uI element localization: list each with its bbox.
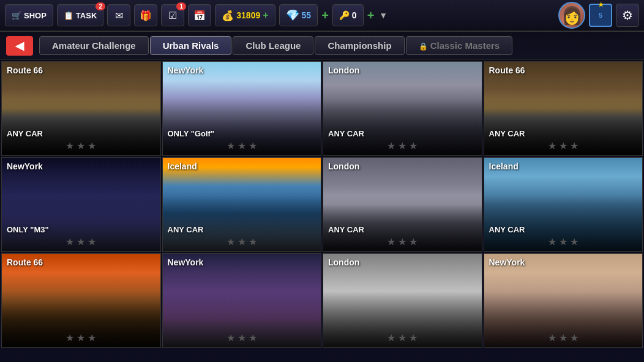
lock-icon: 🔒	[419, 42, 428, 51]
race-card-restriction-1: ANY CAR	[7, 129, 43, 138]
topbar: 🛒 SHOP 📋 TASK 2 ✉ 🎁 ☑ 1 📅 💰 31809 + 💎 55…	[0, 0, 644, 32]
tab-amateur[interactable]: Amateur Challenge	[39, 36, 149, 55]
checklist-icon: ☑	[168, 10, 177, 21]
star-1-1: ★	[77, 140, 85, 152]
star-9-1: ★	[77, 332, 85, 344]
race-card-restriction-7: ANY CAR	[328, 225, 364, 234]
checklist-button[interactable]: ☑ 1	[161, 4, 184, 26]
back-button[interactable]: ◀	[6, 36, 33, 56]
race-card-location-9: Route 66	[7, 257, 43, 267]
task-button[interactable]: 📋 TASK 2	[57, 4, 103, 26]
stars-row-5: ★★★	[66, 236, 96, 248]
race-grid: Route 66ANY CAR★★★NewYorkONLY "Golf"★★★L…	[0, 60, 644, 362]
race-card-10[interactable]: NewYork★★★	[162, 253, 322, 348]
star-5-0: ★	[66, 236, 74, 248]
rank-badge: ★ 5	[589, 4, 612, 27]
star-12-2: ★	[570, 332, 578, 344]
stars-row-7: ★★★	[387, 236, 417, 248]
settings-button[interactable]: ⚙	[616, 4, 639, 27]
race-card-location-6: Iceland	[168, 161, 197, 171]
star-8-2: ★	[570, 236, 578, 248]
stars-row-2: ★★★	[227, 140, 257, 152]
add-currency-button[interactable]: +	[321, 9, 329, 23]
race-card-3[interactable]: LondonANY CAR★★★	[323, 61, 482, 156]
race-card-location-8: Iceland	[489, 161, 519, 171]
star-3-2: ★	[409, 140, 417, 152]
currency-plus: +	[263, 10, 268, 21]
avatar[interactable]: 👩	[558, 2, 585, 29]
race-card-11[interactable]: London★★★	[323, 253, 482, 348]
stars-row-6: ★★★	[227, 236, 257, 248]
race-card-location-7: London	[328, 161, 359, 171]
shop-button[interactable]: 🛒 SHOP	[5, 4, 53, 26]
star-8-1: ★	[559, 236, 567, 248]
race-card-2[interactable]: NewYorkONLY "Golf"★★★	[162, 61, 322, 156]
currency-display: 💰 31809 +	[215, 4, 275, 26]
star-12-1: ★	[559, 332, 567, 344]
race-card-location-10: NewYork	[168, 257, 204, 267]
race-card-4[interactable]: Route 66ANY CAR★★★	[484, 61, 643, 156]
back-tabs-area: ◀ Amateur ChallengeUrban RivalsClub Leag…	[0, 32, 644, 60]
tabs-container: Amateur ChallengeUrban RivalsClub League…	[33, 36, 638, 55]
race-card-9[interactable]: Route 66★★★	[1, 253, 161, 348]
currency-coin-icon: 💰	[222, 10, 234, 21]
star-4-1: ★	[559, 140, 567, 152]
add-key-button[interactable]: +	[367, 9, 375, 23]
diamond-value: 55	[302, 10, 312, 20]
star-2-0: ★	[227, 140, 235, 152]
stars-row-11: ★★★	[387, 332, 417, 344]
star-10-2: ★	[249, 332, 257, 344]
race-card-restriction-4: ANY CAR	[489, 129, 525, 138]
star-1-2: ★	[88, 140, 96, 152]
stars-row-9: ★★★	[66, 332, 96, 344]
tab-championship[interactable]: Championship	[315, 36, 404, 55]
mail-button[interactable]: ✉	[107, 4, 130, 26]
rank-number: 5	[599, 12, 602, 19]
race-card-8[interactable]: IcelandANY CAR★★★	[484, 157, 643, 252]
star-4-2: ★	[570, 140, 578, 152]
mail-icon: ✉	[115, 10, 123, 21]
star-9-0: ★	[66, 332, 74, 344]
star-7-1: ★	[398, 236, 406, 248]
star-5-2: ★	[88, 236, 96, 248]
tab-urban[interactable]: Urban Rivals	[150, 36, 232, 55]
diamond-icon: 💎	[286, 9, 299, 22]
key-icon: 🔑	[339, 10, 350, 20]
race-card-7[interactable]: LondonANY CAR★★★	[323, 157, 482, 252]
gift-button[interactable]: 🎁	[134, 4, 157, 26]
stars-row-10: ★★★	[227, 332, 257, 344]
avatar-image: 👩	[561, 6, 583, 26]
star-9-2: ★	[88, 332, 96, 344]
race-card-location-11: London	[328, 257, 359, 267]
stars-row-1: ★★★	[66, 140, 96, 152]
star-1-0: ★	[66, 140, 74, 152]
rank-star-icon: ★	[598, 1, 604, 8]
race-card-restriction-8: ANY CAR	[489, 225, 525, 234]
star-6-0: ★	[227, 236, 235, 248]
race-card-12[interactable]: NewYork★★★	[484, 253, 643, 348]
race-card-6[interactable]: IcelandANY CAR★★★	[162, 157, 322, 252]
race-card-1[interactable]: Route 66ANY CAR★★★	[1, 61, 161, 156]
tab-classic[interactable]: 🔒 Classic Masters	[406, 36, 513, 55]
star-2-2: ★	[249, 140, 257, 152]
dropdown-button[interactable]: ▼	[378, 9, 389, 21]
shop-label: SHOP	[24, 11, 47, 20]
calendar-icon: 📅	[193, 10, 206, 21]
gift-icon: 🎁	[140, 10, 152, 21]
task-icon: 📋	[64, 11, 73, 20]
key-display: 🔑 0	[332, 4, 364, 26]
race-card-location-3: London	[328, 65, 359, 75]
back-icon: ◀	[15, 39, 24, 53]
currency-value: 31809	[236, 10, 260, 20]
calendar-button[interactable]: 📅	[188, 4, 211, 26]
star-11-0: ★	[387, 332, 395, 344]
race-card-5[interactable]: NewYorkONLY "M3"★★★	[1, 157, 161, 252]
star-3-0: ★	[387, 140, 395, 152]
tab-club[interactable]: Club League	[233, 36, 313, 55]
race-card-location-12: NewYork	[489, 257, 525, 267]
race-card-restriction-3: ANY CAR	[328, 129, 364, 138]
race-card-location-4: Route 66	[489, 65, 525, 75]
star-12-0: ★	[548, 332, 556, 344]
task-badge: 2	[95, 2, 105, 10]
race-card-location-1: Route 66	[7, 65, 43, 75]
